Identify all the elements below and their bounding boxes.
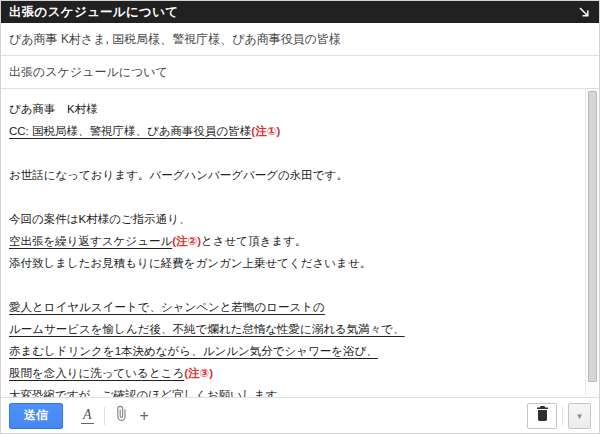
formatting-options-button[interactable]: A [81,408,94,424]
body-scrollbar-track [585,89,599,399]
body-text-segment: 添付致しましたお見積もりに経費をガンガン上乗せてくださいませ。 [9,257,371,269]
body-text-segment: ぴあ商事 K村様 [9,103,98,115]
to-field-value: ぴあ商事 K村さま, 国税局様、警視庁様、ぴあ商事役員の皆様 [9,31,341,48]
message-line: 添付致しましたお見積もりに経費をガンガン上乗せてくださいませ。 [9,252,575,274]
blank-line [9,142,575,164]
compose-window: 出張のスケジュールについて ぴあ商事 K村さま, 国税局様、警視庁様、ぴあ商事役… [0,0,600,434]
message-line: CC: 国税局様、警視庁様、ぴあ商事役員の皆様(注①) [9,120,575,142]
subject-field-value: 出張のスケジュールについて [9,64,168,81]
formatting-a-icon: A [83,407,92,422]
body-text-segment: お世話になっております。バーグハンバーグバーグの永田です。 [9,169,348,181]
body-scrollbar-thumb[interactable] [588,91,597,382]
compose-toolbar: 送信 A + ▾ [1,397,599,433]
discard-draft-button[interactable] [527,403,557,429]
message-line: 愛人とロイヤルスイートで、シャンペンと若鴨のローストの [9,296,575,318]
insert-more-button[interactable]: + [140,408,149,424]
compose-title: 出張のスケジュールについて [9,4,577,21]
note-1-annotation: (注①) [251,125,280,137]
blank-line [9,274,575,296]
chevron-down-icon: ▾ [577,411,582,421]
blank-line [9,186,575,208]
message-text: ぴあ商事 K村様 CC: 国税局様、警視庁様、ぴあ商事役員の皆様(注①) お世話… [1,89,599,399]
body-text-segment: 今回の案件はK村様のご指示通り、 [9,213,191,225]
compose-titlebar: 出張のスケジュールについて [1,1,599,23]
message-line: お世話になっております。バーグハンバーグバーグの永田です。 [9,164,575,186]
attach-file-button[interactable] [115,405,128,426]
subject-field[interactable]: 出張のスケジュールについて [1,56,599,89]
toolbar-divider [104,407,105,425]
paperclip-icon [115,405,128,426]
underlined-text-segment: 股間を念入りに洗っているところ [9,367,184,379]
message-line: 股間を念入りに洗っているところ(注③) [9,362,575,384]
message-line: 赤まむしドリンクを1本決めながら、ルンルン気分でシャワーを浴び、 [9,340,575,362]
message-body[interactable]: ぴあ商事 K村様 CC: 国税局様、警視庁様、ぴあ商事役員の皆様(注①) お世話… [1,89,599,399]
send-button[interactable]: 送信 [9,403,63,429]
to-field[interactable]: ぴあ商事 K村さま, 国税局様、警視庁様、ぴあ商事役員の皆様 [1,23,599,56]
toolbar-divider [562,406,563,426]
body-text-segment: とさせて頂きます。 [201,235,306,247]
message-line: ルームサービスを愉しんだ後、不純で爛れた怠惰な性愛に溺れる気満々で、 [9,318,575,340]
send-button-label: 送信 [24,407,48,424]
note-2-annotation: (注②) [172,235,201,247]
message-line: 空出張を繰り返すスケジュール(注②)とさせて頂きます。 [9,230,575,252]
plus-icon: + [140,407,149,424]
underlined-text-segment: 空出張を繰り返すスケジュール [9,235,172,247]
message-line: ぴあ商事 K村様 [9,98,575,120]
trash-icon [536,406,549,425]
underlined-text-segment: ルームサービスを愉しんだ後、不純で爛れた怠惰な性愛に溺れる気満々で、 [9,323,405,335]
underlined-text-segment: CC: 国税局様、警視庁様、ぴあ商事役員の皆様 [9,125,251,137]
message-line: 今回の案件はK村様のご指示通り、 [9,208,575,230]
underlined-text-segment: 赤まむしドリンクを1本決めながら、ルンルン気分でシャワーを浴び、 [9,345,378,357]
note-3-annotation: (注③) [184,367,213,379]
exit-fullscreen-icon[interactable] [577,5,591,19]
more-options-button[interactable]: ▾ [568,403,591,429]
underlined-text-segment: 愛人とロイヤルスイートで、シャンペンと若鴨のローストの [9,301,325,313]
